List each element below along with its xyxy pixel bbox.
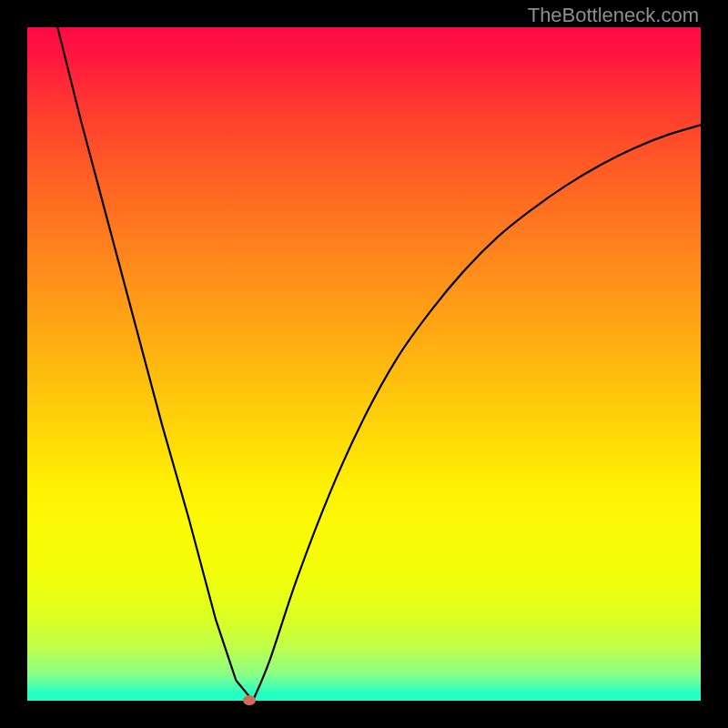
watermark-text: TheBottleneck.com (528, 4, 699, 27)
curve-left-branch (57, 27, 253, 701)
minimum-dot (243, 695, 256, 705)
curve-right-branch (253, 125, 701, 701)
chart-curve (27, 27, 701, 701)
